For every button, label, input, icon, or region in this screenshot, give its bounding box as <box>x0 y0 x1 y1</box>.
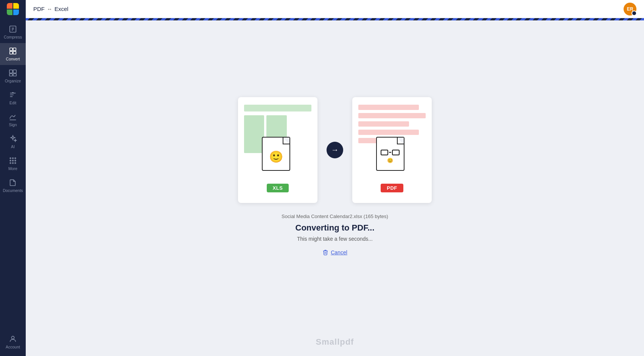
trash-icon <box>322 249 328 255</box>
header-excel-label: Excel <box>54 6 68 12</box>
sidebar-item-compress[interactable]: Compress <box>0 21 26 43</box>
sidebar-item-more[interactable]: More <box>0 153 26 175</box>
footer-brand: Smallpdf <box>316 337 354 347</box>
header-arrow-icon: ↔ <box>47 6 52 12</box>
svg-rect-2 <box>13 48 16 51</box>
sidebar-item-ai-label: AI <box>11 144 15 149</box>
svg-point-15 <box>10 163 11 164</box>
svg-rect-6 <box>13 70 16 73</box>
conversion-arrow-icon: → <box>327 142 343 158</box>
svg-point-12 <box>10 160 11 161</box>
svg-point-10 <box>12 158 14 159</box>
cancel-label: Cancel <box>331 249 347 255</box>
sidebar-item-compress-label: Compress <box>4 35 22 39</box>
sidebar-item-edit-label: Edit <box>9 101 16 105</box>
target-file-card: 😊 PDF <box>352 97 432 203</box>
sidebar-item-account[interactable]: Account <box>0 331 26 353</box>
svg-rect-4 <box>13 51 16 54</box>
svg-point-16 <box>12 163 14 164</box>
sidebar-item-sign-label: Sign <box>9 122 17 127</box>
converting-title: Converting to PDF... <box>282 223 388 233</box>
svg-rect-1 <box>10 48 12 51</box>
source-badge: XLS <box>267 184 289 192</box>
svg-point-13 <box>12 160 14 161</box>
cancel-button[interactable]: Cancel <box>322 249 347 255</box>
header-pdf-label: PDF <box>33 6 45 12</box>
sidebar-item-convert[interactable]: Convert <box>0 43 26 65</box>
sidebar-item-documents[interactable]: Documents <box>0 175 26 197</box>
sidebar-item-edit[interactable]: Edit <box>0 87 26 109</box>
user-initials: ER <box>627 6 633 12</box>
sidebar-item-convert-label: Convert <box>6 57 20 61</box>
svg-rect-3 <box>10 51 12 54</box>
sidebar-item-organize-label: Organize <box>5 79 21 83</box>
user-avatar[interactable]: ER <box>624 3 636 15</box>
sidebar: Compress Convert Organize <box>0 0 26 356</box>
sidebar-item-account-label: Account <box>6 345 20 349</box>
file-name-text: Social Media Content Calendar2.xlsx (165… <box>282 214 388 219</box>
xls-face-icon: 🙂 <box>269 150 283 163</box>
svg-point-11 <box>15 158 16 159</box>
svg-rect-8 <box>13 74 16 76</box>
header-title: PDF ↔ Excel <box>33 6 68 12</box>
conversion-info: Social Media Content Calendar2.xlsx (165… <box>282 214 388 257</box>
pdf-face: 😊 <box>381 150 400 163</box>
svg-point-9 <box>10 158 11 159</box>
source-file-card: 🙂 XLS <box>238 97 317 203</box>
app-logo[interactable] <box>0 0 26 18</box>
sidebar-item-organize[interactable]: Organize <box>0 65 26 87</box>
main-area: PDF ↔ Excel ER <box>26 0 644 356</box>
sidebar-item-more-label: More <box>8 166 17 171</box>
sidebar-nav: Compress Convert Organize <box>0 18 26 331</box>
sidebar-item-documents-label: Documents <box>3 188 23 193</box>
converting-subtitle: This might take a few seconds... <box>282 236 388 242</box>
svg-point-18 <box>11 336 14 339</box>
sidebar-item-ai[interactable]: AI <box>0 131 26 153</box>
target-badge: PDF <box>381 184 403 192</box>
sidebar-item-sign[interactable]: Sign <box>0 109 26 131</box>
svg-rect-5 <box>9 70 12 73</box>
conversion-container: 🙂 XLS → <box>238 97 432 203</box>
svg-point-14 <box>15 160 16 161</box>
sidebar-bottom: Account <box>0 331 26 356</box>
svg-rect-7 <box>9 74 12 76</box>
content-area: 🙂 XLS → <box>26 20 644 356</box>
header: PDF ↔ Excel ER <box>26 0 644 18</box>
svg-point-17 <box>15 163 16 164</box>
